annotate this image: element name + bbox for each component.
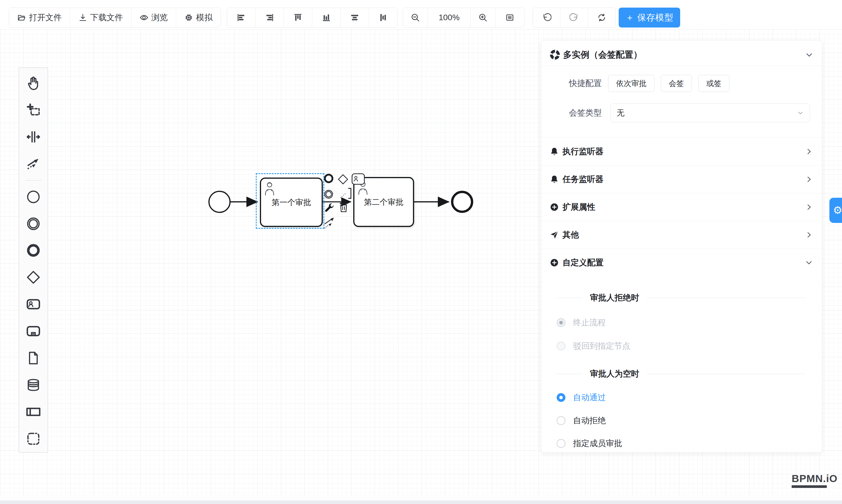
send-icon	[550, 230, 559, 239]
radio-auto-pass[interactable]: 自动通过	[557, 390, 810, 405]
quick-option-countersign-button[interactable]: 会签	[661, 75, 692, 92]
create-data-store[interactable]	[20, 372, 47, 398]
simulate-button[interactable]: 模拟	[176, 8, 221, 27]
chevron-down-icon[interactable]	[805, 50, 813, 59]
chevron-right-icon	[805, 231, 813, 239]
lasso-tool[interactable]	[20, 96, 47, 123]
start-event-shape[interactable]	[209, 191, 230, 212]
section-other[interactable]: 其他	[541, 221, 822, 249]
align-bottom-button[interactable]	[312, 8, 341, 27]
append-end-event-button[interactable]	[323, 173, 334, 185]
bell-icon	[550, 175, 559, 184]
radio-auto-reject[interactable]: 自动拒绝	[557, 413, 810, 428]
align-button-group	[227, 7, 398, 28]
change-type-button[interactable]	[323, 202, 335, 215]
quick-option-label: 会签	[669, 78, 684, 89]
fit-viewport-button[interactable]	[495, 8, 524, 27]
align-left-button[interactable]	[227, 8, 256, 27]
quick-option-label: 或签	[706, 78, 721, 89]
create-participant[interactable]	[20, 398, 47, 425]
plus-circle-icon	[550, 258, 559, 267]
radio-label: 自动通过	[573, 392, 606, 403]
quick-option-sequential-button[interactable]: 依次审批	[608, 75, 654, 92]
section-task-listener[interactable]: 任务监听器	[541, 165, 822, 193]
text-annotation-icon	[340, 187, 353, 200]
align-middle-button[interactable]	[369, 8, 397, 27]
delete-button[interactable]	[339, 201, 349, 214]
gateway-icon	[337, 174, 349, 185]
section-extended-properties[interactable]: 扩展属性	[541, 193, 822, 221]
plus-circle-icon	[550, 202, 559, 212]
section-label: 其他	[562, 229, 579, 240]
open-file-button[interactable]: 打开文件	[9, 8, 70, 27]
preview-label: 浏览	[151, 12, 168, 23]
participant-icon	[26, 404, 41, 419]
history-button-group	[533, 7, 615, 28]
zoom-out-button[interactable]	[403, 8, 428, 27]
append-gateway-button[interactable]	[337, 174, 349, 186]
bpmn-palette	[19, 68, 48, 452]
align-right-button[interactable]	[256, 8, 284, 27]
create-intermediate-event[interactable]	[20, 210, 47, 237]
radio-button[interactable]	[557, 416, 565, 425]
reset-button[interactable]	[588, 8, 615, 27]
file-button-group: 打开文件 下载文件 浏览 模拟	[9, 7, 221, 28]
section-label: 任务监听器	[562, 174, 603, 185]
gear-icon: ⚙	[833, 204, 842, 216]
section-label: 执行监听器	[562, 146, 603, 157]
panel-toggle-tab[interactable]: ⚙	[829, 198, 842, 223]
radio-button[interactable]	[557, 393, 565, 402]
create-data-object[interactable]	[20, 345, 47, 372]
chevron-right-icon	[805, 175, 813, 183]
create-user-task[interactable]	[20, 291, 47, 318]
create-end-event[interactable]	[20, 237, 47, 264]
section-label: 自定义配置	[562, 257, 603, 268]
sign-type-select[interactable]: 无	[611, 104, 810, 122]
preview-button[interactable]: 浏览	[131, 8, 176, 27]
create-start-event[interactable]	[20, 183, 47, 210]
connect-button[interactable]	[323, 215, 337, 231]
hand-tool[interactable]	[20, 70, 47, 96]
zoom-in-button[interactable]	[471, 8, 495, 27]
save-model-button[interactable]: ＋ 保存模型	[619, 7, 680, 28]
task-first-approval[interactable]: 第一个审批	[260, 178, 323, 227]
space-tool[interactable]	[20, 123, 47, 150]
section-custom-config[interactable]: 自定义配置	[541, 249, 822, 276]
radio-button[interactable]	[557, 342, 565, 350]
undo-icon	[542, 13, 551, 22]
align-top-button[interactable]	[284, 8, 312, 27]
radio-assign-member[interactable]: 指定成员审批	[557, 436, 810, 451]
create-gateway[interactable]	[20, 264, 47, 291]
undo-button[interactable]	[533, 8, 560, 27]
text-annotation-button[interactable]	[340, 187, 353, 201]
align-center-button[interactable]	[341, 8, 369, 27]
divider-line	[647, 298, 805, 298]
toolbar: 打开文件 下载文件 浏览 模拟	[0, 0, 842, 29]
panel-header[interactable]: 多实例（会签配置）	[550, 46, 813, 63]
connect-icon	[323, 215, 337, 229]
append-user-task-button[interactable]	[351, 173, 365, 186]
radio-terminate-process[interactable]: 终止流程	[557, 315, 810, 330]
wrench-icon	[323, 202, 335, 214]
radio-label: 终止流程	[573, 317, 606, 328]
sign-type-row: 会签类型 无	[550, 104, 813, 122]
align-bottom-icon	[322, 13, 331, 22]
simulate-label: 模拟	[196, 12, 212, 23]
create-subprocess[interactable]	[20, 318, 47, 345]
radio-button[interactable]	[557, 439, 565, 448]
multi-instance-icon	[550, 50, 560, 60]
redo-button[interactable]	[560, 8, 588, 27]
download-file-button[interactable]: 下载文件	[70, 8, 131, 27]
section-execution-listener[interactable]: 执行监听器	[541, 138, 822, 165]
create-group[interactable]	[20, 425, 47, 452]
zoom-level[interactable]: 100%	[428, 8, 471, 27]
radio-label: 自动拒绝	[573, 415, 606, 426]
quick-option-orsign-button[interactable]: 或签	[698, 75, 729, 92]
radio-return-to-node[interactable]: 驳回到指定节点	[557, 339, 810, 353]
divider-line	[557, 374, 582, 374]
radio-button[interactable]	[557, 318, 565, 327]
reset-icon	[597, 13, 607, 22]
global-connect-tool[interactable]	[20, 150, 47, 177]
end-event-shape[interactable]	[452, 192, 472, 212]
append-intermediate-event-button[interactable]	[323, 189, 334, 201]
